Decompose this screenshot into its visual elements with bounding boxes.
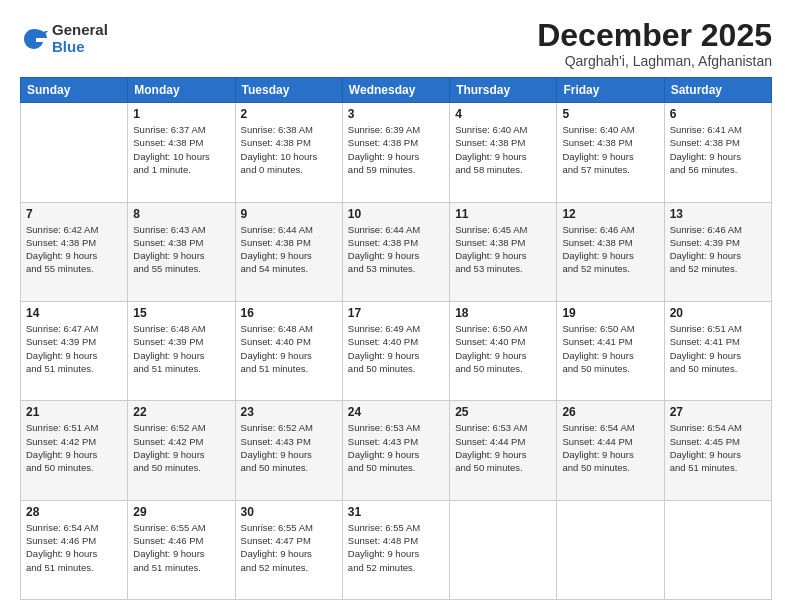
day-info: Sunrise: 6:42 AMSunset: 4:38 PMDaylight:… — [26, 223, 122, 276]
day-number: 21 — [26, 405, 122, 419]
day-number: 25 — [455, 405, 551, 419]
day-info: Sunrise: 6:47 AMSunset: 4:39 PMDaylight:… — [26, 322, 122, 375]
calendar-table: Sunday Monday Tuesday Wednesday Thursday… — [20, 77, 772, 600]
day-number: 31 — [348, 505, 444, 519]
day-cell: 14Sunrise: 6:47 AMSunset: 4:39 PMDayligh… — [21, 301, 128, 400]
day-info: Sunrise: 6:44 AMSunset: 4:38 PMDaylight:… — [241, 223, 337, 276]
day-info: Sunrise: 6:55 AMSunset: 4:47 PMDaylight:… — [241, 521, 337, 574]
day-number: 10 — [348, 207, 444, 221]
week-row-1: 1Sunrise: 6:37 AMSunset: 4:38 PMDaylight… — [21, 103, 772, 202]
day-cell: 16Sunrise: 6:48 AMSunset: 4:40 PMDayligh… — [235, 301, 342, 400]
location: Qarghah'i, Laghman, Afghanistan — [537, 53, 772, 69]
day-info: Sunrise: 6:53 AMSunset: 4:44 PMDaylight:… — [455, 421, 551, 474]
day-cell: 13Sunrise: 6:46 AMSunset: 4:39 PMDayligh… — [664, 202, 771, 301]
calendar-page: General Blue December 2025 Qarghah'i, La… — [0, 0, 792, 612]
day-number: 9 — [241, 207, 337, 221]
day-cell: 7Sunrise: 6:42 AMSunset: 4:38 PMDaylight… — [21, 202, 128, 301]
day-info: Sunrise: 6:55 AMSunset: 4:48 PMDaylight:… — [348, 521, 444, 574]
col-thursday: Thursday — [450, 78, 557, 103]
day-cell: 24Sunrise: 6:53 AMSunset: 4:43 PMDayligh… — [342, 401, 449, 500]
day-number: 20 — [670, 306, 766, 320]
day-cell — [450, 500, 557, 599]
day-info: Sunrise: 6:40 AMSunset: 4:38 PMDaylight:… — [455, 123, 551, 176]
day-cell: 28Sunrise: 6:54 AMSunset: 4:46 PMDayligh… — [21, 500, 128, 599]
day-info: Sunrise: 6:50 AMSunset: 4:40 PMDaylight:… — [455, 322, 551, 375]
day-cell: 25Sunrise: 6:53 AMSunset: 4:44 PMDayligh… — [450, 401, 557, 500]
day-info: Sunrise: 6:51 AMSunset: 4:42 PMDaylight:… — [26, 421, 122, 474]
day-cell: 31Sunrise: 6:55 AMSunset: 4:48 PMDayligh… — [342, 500, 449, 599]
day-cell: 19Sunrise: 6:50 AMSunset: 4:41 PMDayligh… — [557, 301, 664, 400]
day-cell: 22Sunrise: 6:52 AMSunset: 4:42 PMDayligh… — [128, 401, 235, 500]
day-cell: 8Sunrise: 6:43 AMSunset: 4:38 PMDaylight… — [128, 202, 235, 301]
col-friday: Friday — [557, 78, 664, 103]
calendar-header: Sunday Monday Tuesday Wednesday Thursday… — [21, 78, 772, 103]
day-info: Sunrise: 6:52 AMSunset: 4:42 PMDaylight:… — [133, 421, 229, 474]
day-info: Sunrise: 6:48 AMSunset: 4:39 PMDaylight:… — [133, 322, 229, 375]
day-cell: 11Sunrise: 6:45 AMSunset: 4:38 PMDayligh… — [450, 202, 557, 301]
calendar-body: 1Sunrise: 6:37 AMSunset: 4:38 PMDaylight… — [21, 103, 772, 600]
day-cell: 27Sunrise: 6:54 AMSunset: 4:45 PMDayligh… — [664, 401, 771, 500]
col-tuesday: Tuesday — [235, 78, 342, 103]
day-info: Sunrise: 6:38 AMSunset: 4:38 PMDaylight:… — [241, 123, 337, 176]
day-number: 26 — [562, 405, 658, 419]
day-info: Sunrise: 6:41 AMSunset: 4:38 PMDaylight:… — [670, 123, 766, 176]
day-number: 3 — [348, 107, 444, 121]
day-cell: 5Sunrise: 6:40 AMSunset: 4:38 PMDaylight… — [557, 103, 664, 202]
day-info: Sunrise: 6:48 AMSunset: 4:40 PMDaylight:… — [241, 322, 337, 375]
day-number: 29 — [133, 505, 229, 519]
week-row-2: 7Sunrise: 6:42 AMSunset: 4:38 PMDaylight… — [21, 202, 772, 301]
day-cell: 10Sunrise: 6:44 AMSunset: 4:38 PMDayligh… — [342, 202, 449, 301]
day-number: 28 — [26, 505, 122, 519]
day-number: 12 — [562, 207, 658, 221]
col-sunday: Sunday — [21, 78, 128, 103]
week-row-3: 14Sunrise: 6:47 AMSunset: 4:39 PMDayligh… — [21, 301, 772, 400]
weekday-row: Sunday Monday Tuesday Wednesday Thursday… — [21, 78, 772, 103]
day-number: 17 — [348, 306, 444, 320]
day-cell: 29Sunrise: 6:55 AMSunset: 4:46 PMDayligh… — [128, 500, 235, 599]
day-number: 30 — [241, 505, 337, 519]
day-cell — [21, 103, 128, 202]
day-number: 15 — [133, 306, 229, 320]
day-cell: 23Sunrise: 6:52 AMSunset: 4:43 PMDayligh… — [235, 401, 342, 500]
day-cell: 30Sunrise: 6:55 AMSunset: 4:47 PMDayligh… — [235, 500, 342, 599]
day-number: 4 — [455, 107, 551, 121]
day-cell: 21Sunrise: 6:51 AMSunset: 4:42 PMDayligh… — [21, 401, 128, 500]
day-info: Sunrise: 6:44 AMSunset: 4:38 PMDaylight:… — [348, 223, 444, 276]
day-number: 6 — [670, 107, 766, 121]
day-number: 16 — [241, 306, 337, 320]
day-number: 23 — [241, 405, 337, 419]
title-block: December 2025 Qarghah'i, Laghman, Afghan… — [537, 18, 772, 69]
day-info: Sunrise: 6:45 AMSunset: 4:38 PMDaylight:… — [455, 223, 551, 276]
day-number: 7 — [26, 207, 122, 221]
logo-icon — [20, 25, 48, 53]
day-cell — [557, 500, 664, 599]
day-info: Sunrise: 6:37 AMSunset: 4:38 PMDaylight:… — [133, 123, 229, 176]
col-saturday: Saturday — [664, 78, 771, 103]
day-info: Sunrise: 6:50 AMSunset: 4:41 PMDaylight:… — [562, 322, 658, 375]
day-number: 2 — [241, 107, 337, 121]
day-cell: 12Sunrise: 6:46 AMSunset: 4:38 PMDayligh… — [557, 202, 664, 301]
week-row-4: 21Sunrise: 6:51 AMSunset: 4:42 PMDayligh… — [21, 401, 772, 500]
logo: General Blue — [20, 22, 108, 55]
day-cell: 26Sunrise: 6:54 AMSunset: 4:44 PMDayligh… — [557, 401, 664, 500]
logo-blue: Blue — [52, 39, 108, 56]
day-info: Sunrise: 6:46 AMSunset: 4:38 PMDaylight:… — [562, 223, 658, 276]
day-info: Sunrise: 6:43 AMSunset: 4:38 PMDaylight:… — [133, 223, 229, 276]
day-info: Sunrise: 6:54 AMSunset: 4:45 PMDaylight:… — [670, 421, 766, 474]
day-cell: 3Sunrise: 6:39 AMSunset: 4:38 PMDaylight… — [342, 103, 449, 202]
day-number: 19 — [562, 306, 658, 320]
month-title: December 2025 — [537, 18, 772, 53]
day-info: Sunrise: 6:55 AMSunset: 4:46 PMDaylight:… — [133, 521, 229, 574]
col-wednesday: Wednesday — [342, 78, 449, 103]
day-info: Sunrise: 6:49 AMSunset: 4:40 PMDaylight:… — [348, 322, 444, 375]
day-cell: 18Sunrise: 6:50 AMSunset: 4:40 PMDayligh… — [450, 301, 557, 400]
day-number: 18 — [455, 306, 551, 320]
col-monday: Monday — [128, 78, 235, 103]
logo-text: General Blue — [52, 22, 108, 55]
week-row-5: 28Sunrise: 6:54 AMSunset: 4:46 PMDayligh… — [21, 500, 772, 599]
day-cell: 17Sunrise: 6:49 AMSunset: 4:40 PMDayligh… — [342, 301, 449, 400]
day-number: 22 — [133, 405, 229, 419]
day-info: Sunrise: 6:51 AMSunset: 4:41 PMDaylight:… — [670, 322, 766, 375]
day-cell: 2Sunrise: 6:38 AMSunset: 4:38 PMDaylight… — [235, 103, 342, 202]
day-cell — [664, 500, 771, 599]
